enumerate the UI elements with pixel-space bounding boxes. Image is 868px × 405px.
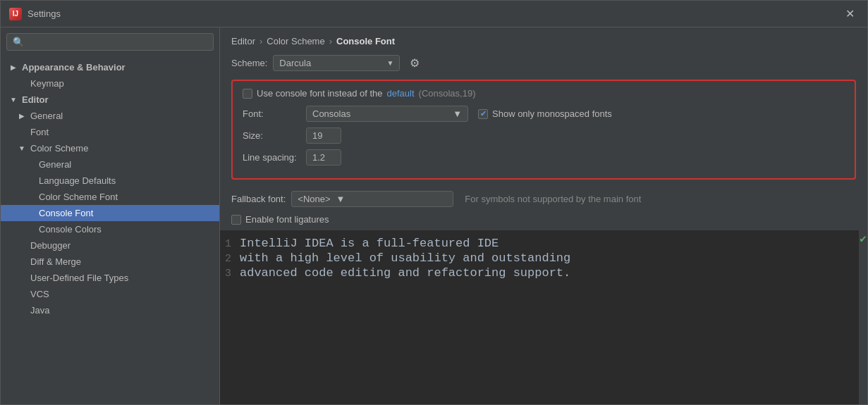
line-spacing-row: Line spacing: — [243, 149, 845, 166]
use-console-font-label: Use console font instead of the — [257, 88, 383, 99]
use-console-font-checkbox[interactable] — [243, 89, 252, 99]
preview-text-3: advanced code editing and refactoring su… — [240, 266, 570, 280]
main-panel: Editor › Color Scheme › Console Font Sch… — [220, 27, 867, 404]
breadcrumb-sep-2: › — [329, 36, 332, 46]
scheme-label: Scheme: — [231, 58, 267, 68]
default-link[interactable]: default — [387, 88, 415, 99]
sidebar-item-label: VCS — [30, 289, 49, 299]
chevron-down-icon: ▼ — [336, 194, 346, 204]
sidebar-item-label: User-Defined File Types — [30, 273, 128, 283]
preview-area: 1 IntelliJ IDEA is a full-featured IDE 2… — [220, 230, 867, 404]
breadcrumb-color-scheme: Color Scheme — [267, 36, 324, 46]
gear-button[interactable]: ⚙ — [405, 55, 424, 71]
preview-line-2: 2 with a high level of usability and out… — [220, 251, 867, 266]
size-input[interactable] — [306, 127, 341, 144]
sidebar-item-label: General — [30, 111, 63, 121]
sidebar-item-java[interactable]: Java — [1, 302, 219, 318]
app-icon: IJ — [9, 8, 22, 20]
breadcrumb: Editor › Color Scheme › Console Font — [220, 27, 867, 52]
triangle-icon: ▼ — [18, 144, 26, 152]
breadcrumb-console-font: Console Font — [336, 36, 395, 46]
content-area: 🔍 ▶ Appearance & Behavior Keymap ▼ Edito… — [1, 27, 867, 404]
ligatures-label: Enable font ligatures — [245, 214, 329, 225]
sidebar-item-color-scheme-font[interactable]: Color Scheme Font — [1, 189, 219, 205]
breadcrumb-editor: Editor — [231, 36, 255, 46]
show-monospaced-row: ✔ Show only monospaced fonts — [478, 108, 612, 119]
scheme-value: Darcula — [279, 58, 311, 68]
preview-line-3: 3 advanced code editing and refactoring … — [220, 266, 867, 280]
scheme-row: Scheme: Darcula ▼ ⚙ — [220, 52, 867, 80]
settings-window: IJ Settings ✕ 🔍 ▶ Appearance & Behavior … — [0, 0, 868, 405]
sidebar-item-label: Console Colors — [39, 224, 102, 235]
sidebar-item-color-scheme-general[interactable]: General — [1, 156, 219, 173]
show-monospaced-label: Show only monospaced fonts — [492, 108, 612, 119]
sidebar-item-label: Editor — [22, 94, 49, 105]
sidebar-item-keymap[interactable]: Keymap — [1, 75, 219, 92]
sidebar-item-label: Appearance & Behavior — [22, 62, 126, 73]
scheme-dropdown[interactable]: Darcula ▼ — [273, 55, 400, 71]
ligatures-row: Enable font ligatures — [220, 213, 867, 230]
preview-text-1: IntelliJ IDEA is a full-featured IDE — [240, 237, 499, 250]
sidebar-item-label: Color Scheme — [30, 143, 88, 154]
preview-line-1: 1 IntelliJ IDEA is a full-featured IDE — [220, 236, 867, 251]
line-number-1: 1 — [220, 238, 240, 250]
sidebar-item-editor[interactable]: ▼ Editor — [1, 92, 219, 108]
size-row: Size: — [243, 127, 845, 144]
fallback-font-label: Fallback font: — [231, 194, 286, 204]
chevron-down-icon: ▼ — [453, 108, 462, 119]
font-row: Font: Consolas ▼ ✔ Show only monospaced … — [243, 106, 845, 122]
sidebar-item-console-font[interactable]: Console Font — [1, 205, 219, 221]
triangle-icon: ▼ — [9, 96, 18, 104]
sidebar-item-label: General — [39, 159, 71, 170]
search-box[interactable]: 🔍 — [6, 33, 214, 51]
sidebar-item-color-scheme[interactable]: ▼ Color Scheme — [1, 140, 219, 156]
sidebar-item-appearance-behavior[interactable]: ▶ Appearance & Behavior — [1, 59, 219, 75]
close-button[interactable]: ✕ — [841, 6, 859, 22]
sidebar-item-debugger[interactable]: Debugger — [1, 237, 219, 254]
line-number-3: 3 — [220, 268, 240, 280]
sidebar-item-label: Console Font — [39, 208, 93, 218]
fallback-font-dropdown[interactable]: <None> ▼ — [291, 191, 453, 207]
sidebar-item-label: Color Scheme Font — [39, 192, 118, 202]
sidebar-item-general[interactable]: ▶ General — [1, 108, 219, 124]
breadcrumb-sep-1: › — [259, 36, 262, 46]
sidebar-item-console-colors[interactable]: Console Colors — [1, 221, 219, 237]
title-bar: IJ Settings ✕ — [1, 1, 867, 27]
fallback-font-value: <None> — [298, 194, 330, 204]
sidebar-item-diff-merge[interactable]: Diff & Merge — [1, 254, 219, 270]
font-settings-box: Use console font instead of the default … — [231, 80, 856, 180]
triangle-icon: ▶ — [18, 112, 26, 120]
sidebar-item-user-defined-file-types[interactable]: User-Defined File Types — [1, 270, 219, 286]
green-check-icon: ✔ — [860, 232, 867, 246]
sidebar: 🔍 ▶ Appearance & Behavior Keymap ▼ Edito… — [1, 27, 220, 404]
fallback-hint: For symbols not supported by the main fo… — [465, 194, 641, 204]
font-dropdown[interactable]: Consolas ▼ — [306, 106, 468, 122]
search-icon: 🔍 — [13, 37, 24, 47]
sidebar-item-label: Java — [30, 305, 49, 316]
fallback-font-row: Fallback font: <None> ▼ For symbols not … — [220, 188, 867, 213]
font-label: Font: — [243, 108, 306, 119]
sidebar-item-language-defaults[interactable]: Language Defaults — [1, 173, 219, 189]
sidebar-item-label: Diff & Merge — [30, 256, 81, 267]
line-number-2: 2 — [220, 253, 240, 265]
sidebar-item-vcs[interactable]: VCS — [1, 286, 219, 302]
line-spacing-input[interactable] — [306, 149, 341, 166]
search-input[interactable] — [28, 37, 207, 47]
sidebar-item-label: Keymap — [30, 78, 64, 89]
use-console-font-row: Use console font instead of the default … — [243, 88, 845, 99]
sidebar-item-label: Language Defaults — [39, 175, 116, 186]
preview-scrollbar[interactable]: ✔ — [859, 230, 867, 404]
font-value: Consolas — [312, 108, 350, 119]
ligatures-checkbox[interactable] — [231, 215, 241, 225]
sidebar-item-label: Debugger — [30, 240, 71, 251]
sidebar-item-font[interactable]: Font — [1, 124, 219, 140]
triangle-icon: ▶ — [9, 63, 18, 71]
nav-tree: ▶ Appearance & Behavior Keymap ▼ Editor … — [1, 56, 219, 404]
window-title: Settings — [27, 8, 841, 19]
sidebar-item-label: Font — [30, 127, 49, 137]
preview-text-2: with a high level of usability and outst… — [240, 251, 570, 265]
default-hint: (Consolas,19) — [419, 88, 476, 99]
show-monospaced-checkbox[interactable]: ✔ — [478, 109, 488, 119]
line-spacing-label: Line spacing: — [243, 152, 306, 163]
chevron-down-icon: ▼ — [386, 59, 393, 67]
